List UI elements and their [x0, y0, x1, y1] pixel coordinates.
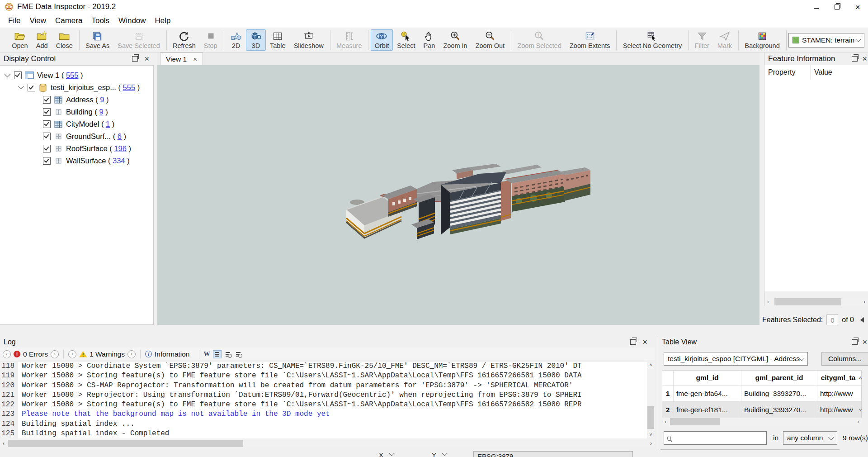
line-numbers-icon[interactable]: [213, 350, 222, 358]
tree-item-building[interactable]: Building 9: [0, 106, 153, 118]
checkbox[interactable]: [43, 157, 51, 165]
close-panel-icon[interactable]: ×: [862, 55, 867, 62]
checkbox[interactable]: [43, 133, 51, 140]
errors-label[interactable]: 0 Errors: [23, 350, 48, 358]
selected-count-field[interactable]: 0: [826, 314, 838, 325]
scroll-down-icon[interactable]: ˅: [859, 407, 862, 413]
tree-item-view1[interactable]: View 1 555: [0, 69, 153, 81]
background-button[interactable]: Background: [741, 29, 783, 51]
count-link[interactable]: 555: [123, 83, 136, 91]
caret-down-icon[interactable]: [18, 84, 24, 90]
prev-warning-button[interactable]: ‹: [68, 350, 76, 358]
scroll-right-icon[interactable]: ›: [861, 299, 868, 305]
menu-file[interactable]: File: [4, 16, 25, 25]
count-link[interactable]: 196: [114, 144, 127, 152]
float-panel-icon[interactable]: [852, 56, 858, 62]
scrollbar-thumb[interactable]: [774, 298, 841, 305]
menu-tools[interactable]: Tools: [87, 16, 114, 25]
menu-view[interactable]: View: [25, 16, 51, 25]
tree-item-roofsurface[interactable]: RoofSurface 196: [0, 143, 153, 155]
scroll-right-icon[interactable]: ›: [854, 419, 862, 425]
3d-viewport[interactable]: [157, 65, 760, 325]
scroll-down-icon[interactable]: ˅: [647, 432, 655, 437]
close-panel-icon[interactable]: ×: [642, 338, 647, 346]
log-vscrollbar[interactable]: ˄ ˅: [647, 361, 655, 438]
value-column-header[interactable]: Value: [811, 68, 832, 76]
column-header-gml-parent-id[interactable]: gml_parent_id: [741, 371, 817, 385]
table-hscrollbar[interactable]: ‹ ›: [662, 418, 862, 426]
minimize-button[interactable]: [806, 0, 826, 14]
menu-help[interactable]: Help: [151, 16, 175, 25]
table-row[interactable]: 1 fme-gen-bfa64... Building_3393270... h…: [662, 386, 861, 402]
pan-button[interactable]: Pan: [419, 29, 439, 51]
count-link[interactable]: 9: [100, 95, 104, 104]
float-panel-icon[interactable]: [630, 339, 636, 345]
3d-button[interactable]: 3D: [246, 29, 266, 51]
next-error-button[interactable]: ›: [51, 350, 59, 358]
scroll-left-icon[interactable]: ‹: [764, 299, 772, 305]
tree-item-address[interactable]: Address 9: [0, 94, 153, 106]
float-panel-icon[interactable]: [852, 339, 858, 345]
checkbox[interactable]: [43, 108, 51, 116]
property-column-header[interactable]: Property: [764, 65, 811, 80]
scrollbar-thumb[interactable]: [8, 440, 243, 447]
basemap-select[interactable]: STAMEN: terrain: [788, 33, 864, 48]
next-warning-button[interactable]: ›: [127, 350, 136, 358]
close-button[interactable]: ×: [847, 0, 868, 14]
float-panel-icon[interactable]: [132, 56, 138, 62]
prev-error-button[interactable]: ‹: [3, 350, 11, 358]
feature-info-hscrollbar[interactable]: ‹ ›: [764, 298, 868, 306]
checkbox[interactable]: [14, 71, 22, 79]
information-label[interactable]: Information: [155, 350, 190, 358]
coordinate-system-field[interactable]: EPSG:3879: [473, 451, 633, 457]
table-button[interactable]: Table: [266, 29, 290, 51]
toolbar-grip[interactable]: [5, 30, 5, 50]
table-row[interactable]: 2 fme-gen-ef181... Building_3393270... h…: [662, 402, 861, 418]
close-panel-icon[interactable]: ×: [144, 55, 149, 62]
select-no-geometry-button[interactable]: Select No Geometry: [619, 29, 686, 51]
tree-item-dataset[interactable]: testi_kirjoitus_esp... 555: [0, 81, 153, 94]
refresh-button[interactable]: Refresh: [169, 29, 200, 51]
menu-window[interactable]: Window: [114, 16, 150, 25]
tree-item-wallsurface[interactable]: WallSurface 334: [0, 155, 153, 167]
dataset-select[interactable]: testi_kirjoitus_espoo [CITYGML] - Addres…: [664, 352, 808, 366]
checkbox[interactable]: [43, 120, 51, 128]
scroll-right-icon[interactable]: ›: [647, 440, 655, 447]
log-text-area[interactable]: 118Worker 15080 > Coordinate System `EPS…: [0, 361, 647, 438]
column-filter-select[interactable]: any column: [783, 431, 837, 445]
tab-view1[interactable]: View 1 ×: [160, 52, 203, 65]
count-link[interactable]: 334: [113, 157, 125, 165]
log-hscrollbar[interactable]: ‹ ›: [0, 439, 655, 447]
select-button[interactable]: i Select: [393, 29, 419, 51]
orbit-button[interactable]: Orbit: [371, 29, 393, 51]
zoom-in-button[interactable]: Zoom In: [439, 29, 471, 51]
warnings-label[interactable]: 1 Warnings: [90, 350, 125, 358]
checkbox[interactable]: [43, 96, 51, 104]
count-link[interactable]: 555: [66, 71, 79, 79]
checkbox[interactable]: [28, 84, 35, 91]
find-in-log-icon[interactable]: [224, 351, 232, 358]
close-dataset-button[interactable]: Close: [52, 29, 77, 51]
tree-item-groundsurface[interactable]: GroundSurf... 6: [0, 130, 153, 143]
caret-down-icon[interactable]: [5, 71, 10, 77]
tree-item-citymodel[interactable]: CityModel 1: [0, 118, 153, 130]
save-as-button[interactable]: Save As: [81, 29, 113, 51]
filter-log-icon[interactable]: [235, 351, 242, 358]
column-header-citygml[interactable]: citygml_ta: [817, 371, 859, 385]
2d-button[interactable]: 2D: [226, 29, 246, 51]
search-input[interactable]: [671, 432, 766, 444]
scroll-up-icon[interactable]: ˄: [647, 362, 655, 367]
count-link[interactable]: 6: [118, 132, 122, 140]
scrollbar-thumb[interactable]: [670, 418, 720, 425]
add-button[interactable]: Add: [32, 29, 52, 51]
menu-camera[interactable]: Camera: [51, 16, 87, 25]
scroll-up-icon[interactable]: ˄: [859, 375, 862, 381]
count-link[interactable]: 9: [99, 108, 103, 116]
slideshow-button[interactable]: Slideshow: [290, 29, 328, 51]
tab-close-icon[interactable]: ×: [193, 55, 197, 63]
checkbox[interactable]: [43, 145, 51, 152]
zoom-out-button[interactable]: Zoom Out: [472, 29, 509, 51]
columns-button[interactable]: Columns...: [821, 352, 868, 366]
column-header-gml-id[interactable]: gml_id: [674, 371, 741, 385]
count-link[interactable]: 1: [106, 120, 110, 128]
